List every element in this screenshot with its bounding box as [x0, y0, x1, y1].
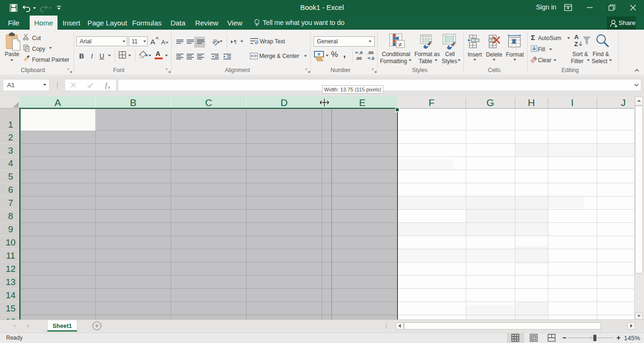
svg-text:F: F: [429, 97, 435, 108]
svg-text:.00: .00: [355, 56, 362, 61]
svg-text:Z: Z: [574, 41, 578, 48]
svg-text:.00: .00: [367, 50, 373, 55]
svg-text:8: 8: [8, 211, 13, 221]
svg-text:11: 11: [6, 251, 16, 261]
svg-text:A: A: [574, 33, 579, 41]
svg-text:7: 7: [8, 198, 13, 208]
svg-text:10: 10: [6, 237, 16, 247]
svg-text:A: A: [161, 39, 165, 46]
svg-text:D: D: [281, 97, 288, 108]
svg-text:≠: ≠: [398, 41, 402, 48]
svg-text:E: E: [359, 97, 365, 108]
svg-text:J: J: [621, 97, 626, 108]
svg-text:Sheet1: Sheet1: [53, 323, 72, 329]
svg-text:1: 1: [8, 120, 13, 130]
svg-text:15: 15: [6, 303, 16, 313]
svg-text:145%: 145%: [624, 334, 640, 341]
svg-text:¶: ¶: [234, 39, 237, 45]
svg-text:H: H: [528, 97, 535, 108]
svg-text:x: x: [107, 84, 110, 90]
svg-text:14: 14: [6, 290, 16, 300]
svg-text:G: G: [487, 97, 494, 108]
svg-text:5: 5: [8, 172, 13, 181]
svg-text:C: C: [205, 97, 212, 108]
svg-text:.0: .0: [359, 50, 363, 55]
svg-text:A: A: [54, 97, 61, 108]
svg-text:2: 2: [8, 132, 13, 142]
svg-text:9: 9: [8, 224, 13, 234]
svg-text:3: 3: [8, 146, 13, 155]
svg-text:A: A: [150, 38, 155, 46]
svg-text:13: 13: [6, 277, 16, 287]
svg-text:ab: ab: [211, 38, 218, 45]
svg-text:.0: .0: [371, 56, 374, 61]
svg-text:I: I: [571, 97, 574, 108]
svg-text:6: 6: [8, 185, 13, 195]
svg-text:B: B: [130, 97, 136, 108]
svg-text:4: 4: [8, 158, 13, 168]
svg-text:12: 12: [6, 264, 16, 274]
